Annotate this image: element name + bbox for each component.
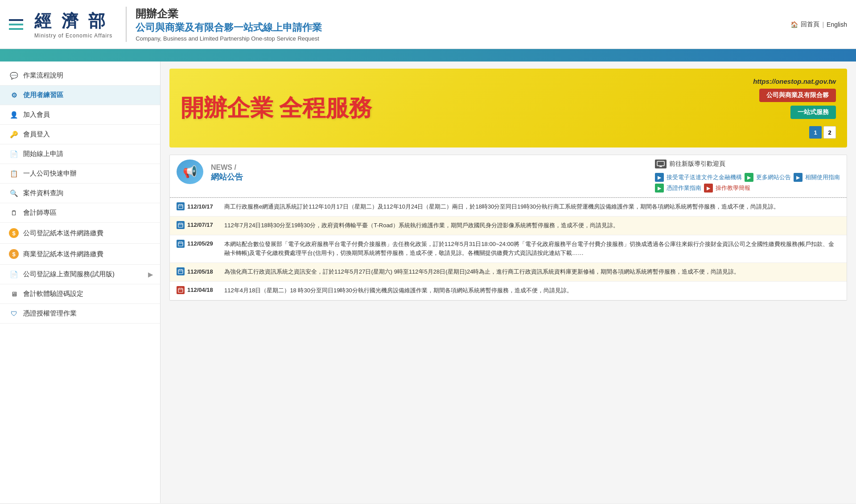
sidebar-item-start-online[interactable]: 📄 開始線上申請 — [0, 144, 160, 164]
svg-rect-3 — [178, 205, 183, 209]
news-item-text-3: 為強化商工行政資訊系統之資訊安全，訂於112年5月27日(星期六) 9時至112… — [224, 267, 740, 277]
sidebar-item-company-online-label: 公司登記線上查閱服務(試用版) — [23, 270, 115, 279]
sidebar-item-case-query[interactable]: 🔍 案件資料查詢 — [0, 184, 160, 203]
calendar-icon-0 — [177, 202, 185, 210]
banner-main-text: 開辦企業 全程服務 — [181, 93, 372, 124]
sidebar-item-member-login[interactable]: 🔑 會員登入 — [0, 125, 160, 144]
sidebar-item-start-online-label: 開始線上申請 — [23, 150, 63, 158]
sidebar-item-fast-register-label: 一人公司快速申辦 — [23, 169, 77, 178]
sidebar-item-workflow[interactable]: 💬 作業流程說明 — [0, 66, 160, 86]
news-item-date-box-3: 112/05/18 — [177, 267, 219, 275]
sidebar-item-auth-mgmt-label: 憑證授權管理作業 — [23, 309, 77, 318]
news-link-guide[interactable]: 相關使用指南 — [805, 173, 840, 181]
news-link-finance[interactable]: 接受電子送達文件之金融機構 — [667, 173, 742, 181]
sidebar-item-case-query-label: 案件資料查詢 — [23, 189, 63, 197]
sidebar-item-user-training[interactable]: ⚙ 使用者練習區 — [0, 86, 160, 105]
svg-rect-11 — [178, 242, 183, 246]
calendar-icon-4 — [177, 286, 185, 294]
main-layout: 💬 作業流程說明 ⚙ 使用者練習區 👤 加入會員 🔑 會員登入 📄 開始線上申請… — [0, 61, 856, 503]
sidebar-item-auth-mgmt[interactable]: 🛡 憑證授權管理作業 — [0, 304, 160, 324]
search-icon: 🔍 — [9, 189, 19, 197]
banner-btn-red[interactable]: 公司與商業及有限合夥 — [759, 89, 836, 102]
news-item-1: 112/07/17 112年7月24日18時30分至19時30分，政府資料傳輸平… — [170, 217, 847, 235]
sidebar-item-accountant-cert-label: 會計軟體驗證碼設定 — [23, 290, 83, 298]
news-link-more[interactable]: 更多網站公告 — [756, 173, 791, 181]
banner-url: https://onestop.nat.gov.tw — [753, 78, 836, 85]
sidebar: 💬 作業流程說明 ⚙ 使用者練習區 👤 加入會員 🔑 會員登入 📄 開始線上申請… — [0, 61, 160, 503]
chat-icon: 💬 — [9, 72, 19, 80]
news-link-row-1: ▶ 接受電子送達文件之金融機構 ▶ 更多網站公告 ▶ 相關使用指南 — [655, 173, 840, 182]
svg-rect-15 — [178, 270, 183, 274]
monitor-icon: 🖥 — [9, 290, 19, 298]
calendar-icon-2 — [177, 240, 185, 248]
news-items: 112/10/17 商工行政服務e網通資訊系統訂於112年10月17日（星期二）… — [170, 198, 847, 300]
arrow-right-icon: ▶ — [148, 270, 153, 279]
home-link[interactable]: 回首頁 — [801, 20, 819, 29]
banner-nav-btn-1[interactable]: 1 — [809, 126, 822, 139]
arrow-blue-icon-3: ▶ — [704, 184, 713, 193]
blue-bar — [0, 49, 856, 61]
dollar-icon: $ — [9, 228, 19, 238]
header-right: 🏠 回首頁 | English — [790, 20, 847, 29]
header-title-blue: 公司與商業及有限合夥一站式線上申請作業 — [136, 21, 322, 34]
arrow-blue-icon-1: ▶ — [655, 173, 664, 182]
header-title-zh: 開辦企業 — [136, 8, 178, 20]
sidebar-item-accountant[interactable]: 🗒 會計師專區 — [0, 203, 160, 223]
news-item-4: 112/04/18 112年4月18日（星期二）18 時30分至同日19時30分… — [170, 282, 847, 300]
hamburger-icon[interactable] — [9, 19, 23, 30]
dollar2-icon: $ — [9, 249, 19, 259]
sidebar-item-user-training-label: 使用者練習區 — [23, 91, 63, 99]
svg-rect-0 — [657, 161, 664, 166]
sidebar-item-fast-register[interactable]: 📋 一人公司快速申辦 — [0, 164, 160, 184]
news-link-cert[interactable]: 憑證作業指南 — [667, 184, 701, 192]
key-icon: 🔑 — [9, 131, 19, 139]
logo-area: 經 濟 部 Ministry of Economic Affairs 開辦企業 … — [9, 7, 322, 42]
sidebar-item-business-fee[interactable]: $ 商業登記紙本送件網路繳費 — [0, 244, 160, 265]
svg-rect-19 — [178, 288, 183, 292]
news-item-date-3: 112/05/18 — [187, 268, 213, 275]
sidebar-item-company-fee-label: 公司登記紙本送件網路繳費 — [23, 229, 103, 238]
sidebar-item-member-login-label: 會員登入 — [23, 130, 50, 139]
header: 經 濟 部 Ministry of Economic Affairs 開辦企業 … — [0, 0, 856, 49]
banner-nav-btn-2[interactable]: 2 — [823, 126, 836, 139]
logo-text: 經 濟 部 Ministry of Economic Affairs — [34, 10, 112, 39]
news-label: NEWS / 網站公告 — [211, 164, 243, 182]
news-header: 📢 NEWS / 網站公告 前往新版導引歡迎頁 ▶ — [170, 155, 847, 197]
content-area: 開辦企業 全程服務 https://onestop.nat.gov.tw 公司與… — [160, 61, 856, 503]
news-item-date-box-0: 112/10/17 — [177, 202, 219, 210]
logo-main: 經 濟 部 — [34, 10, 112, 33]
sidebar-item-join-member-label: 加入會員 — [23, 111, 50, 119]
news-link-tutorial[interactable]: 操作教學簡報 — [716, 184, 750, 192]
version-link-text: 前往新版導引歡迎頁 — [669, 160, 725, 168]
banner-btn-green[interactable]: 一站式服務 — [790, 106, 836, 119]
news-item-date-box-2: 112/05/29 — [177, 240, 219, 248]
news-link-row-2: ▶ 憑證作業指南 ▶ 操作教學簡報 — [655, 184, 750, 193]
english-link[interactable]: English — [827, 21, 847, 28]
sidebar-item-accountant-cert[interactable]: 🖥 會計軟體驗證碼設定 — [0, 284, 160, 304]
news-title-area: 📢 NEWS / 網站公告 — [177, 160, 243, 186]
arrow-green-icon-1: ▶ — [745, 173, 753, 182]
news-item-0: 112/10/17 商工行政服務e網通資訊系統訂於112年10月17日（星期二）… — [170, 198, 847, 217]
logo-sub: Ministry of Economic Affairs — [34, 33, 112, 39]
news-links: 前往新版導引歡迎頁 ▶ 接受電子送達文件之金融機構 ▶ 更多網站公告 ▶ 相關使… — [655, 160, 840, 193]
sidebar-item-company-fee[interactable]: $ 公司登記紙本送件網路繳費 — [0, 223, 160, 244]
news-section: 📢 NEWS / 網站公告 前往新版導引歡迎頁 ▶ — [169, 155, 847, 301]
news-icon-area: 📢 — [177, 160, 206, 186]
home-icon: 🏠 — [790, 21, 798, 28]
page-icon: 📄 — [9, 270, 19, 279]
svg-rect-7 — [178, 223, 183, 227]
document-icon: 📄 — [9, 150, 19, 158]
sidebar-item-workflow-label: 作業流程說明 — [23, 71, 63, 80]
sidebar-item-business-fee-label: 商業登記紙本送件網路繳費 — [23, 250, 103, 258]
news-item-text-0: 商工行政服務e網通資訊系統訂於112年10月17日（星期二）及112年10月24… — [224, 202, 779, 212]
news-label-zh: 網站公告 — [211, 172, 243, 182]
news-version-link[interactable]: 前往新版導引歡迎頁 — [655, 160, 725, 168]
news-item-text-4: 112年4月18日（星期二）18 時30分至同日19時30分執行國光機房設備維護… — [224, 286, 572, 295]
gear-icon: ⚙ — [9, 91, 19, 99]
clipboard-icon: 📋 — [9, 170, 19, 178]
calendar-icon-3 — [177, 267, 185, 275]
sidebar-item-accountant-label: 會計師專區 — [23, 209, 57, 217]
sidebar-item-join-member[interactable]: 👤 加入會員 — [0, 105, 160, 125]
sidebar-item-company-online[interactable]: 📄 公司登記線上查閱服務(試用版) ▶ — [0, 265, 160, 284]
arrow-blue-icon-2: ▶ — [794, 173, 802, 182]
